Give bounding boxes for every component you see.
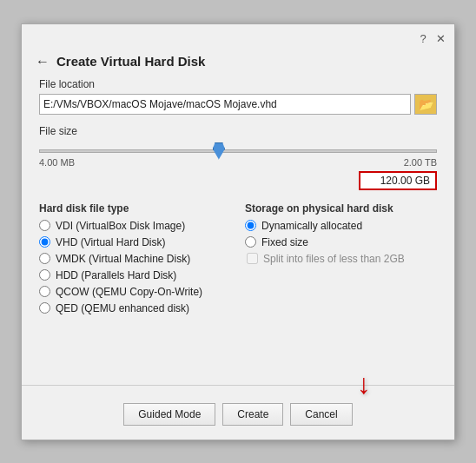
divider — [22, 385, 454, 386]
two-columns: Hard disk file type VDI (VirtualBox Disk… — [39, 202, 437, 319]
storage-title: Storage on physical hard disk — [245, 202, 437, 215]
storage-column: Storage on physical hard disk Dynamicall… — [245, 202, 437, 319]
radio-qcow-input[interactable] — [39, 286, 50, 297]
radio-fixed[interactable]: Fixed size — [245, 236, 437, 248]
radio-vdi-input[interactable] — [39, 220, 50, 231]
radio-qcow-label: QCOW (QEMU Copy-On-Write) — [56, 286, 202, 298]
split-files-checkbox[interactable] — [247, 253, 258, 264]
file-location-input[interactable] — [39, 94, 411, 115]
disk-type-title: Hard disk file type — [39, 202, 231, 215]
browse-folder-button[interactable]: 📂 — [414, 94, 437, 115]
close-button[interactable]: ✕ — [433, 32, 447, 46]
radio-vmdk-label: VMDK (Virtual Machine Disk) — [56, 253, 190, 265]
radio-fixed-label: Fixed size — [261, 236, 308, 248]
title-bar-controls: ? ✕ — [416, 32, 447, 46]
file-location-label: File location — [39, 78, 437, 90]
radio-fixed-input[interactable] — [245, 236, 256, 248]
create-button[interactable]: Create — [222, 403, 283, 426]
dialog-header: ← Create Virtual Hard Disk — [22, 49, 454, 78]
radio-hdd-input[interactable] — [39, 269, 50, 281]
radio-dynamic-label: Dynamically allocated — [261, 220, 362, 232]
cancel-button[interactable]: Cancel — [290, 403, 352, 426]
dialog-body: File location 📂 File size 4.00 MB 2.00 T… — [22, 78, 454, 373]
size-value-input[interactable] — [359, 171, 437, 190]
radio-vhd-label: VHD (Virtual Hard Disk) — [56, 236, 165, 248]
split-files-label: Split into files of less than 2GB — [263, 253, 405, 265]
radio-hdd[interactable]: HDD (Parallels Hard Disk) — [39, 269, 231, 281]
size-input-row — [39, 171, 437, 190]
dialog-title: Create Virtual Hard Disk — [56, 54, 205, 69]
radio-qed-input[interactable] — [39, 302, 50, 314]
title-bar: ? ✕ — [22, 24, 454, 49]
guided-mode-button[interactable]: Guided Mode — [123, 403, 215, 426]
file-location-row: 📂 — [39, 94, 437, 115]
arrow-indicator: ↓ — [357, 368, 371, 400]
radio-dynamic[interactable]: Dynamically allocated — [245, 220, 437, 232]
create-vhd-dialog: ? ✕ ← Create Virtual Hard Disk File loca… — [21, 23, 455, 440]
disk-type-column: Hard disk file type VDI (VirtualBox Disk… — [39, 202, 231, 319]
slider-container — [39, 142, 437, 155]
radio-vmdk-input[interactable] — [39, 253, 50, 264]
file-size-section: File size 4.00 MB 2.00 TB — [39, 125, 437, 190]
radio-dynamic-input[interactable] — [245, 220, 256, 231]
radio-qcow[interactable]: QCOW (QEMU Copy-On-Write) — [39, 286, 231, 298]
help-button[interactable]: ? — [416, 32, 430, 46]
radio-vhd[interactable]: VHD (Virtual Hard Disk) — [39, 236, 231, 248]
radio-vhd-input[interactable] — [39, 236, 50, 248]
radio-vmdk[interactable]: VMDK (Virtual Machine Disk) — [39, 253, 231, 265]
radio-hdd-label: HDD (Parallels Hard Disk) — [56, 269, 176, 281]
radio-qed[interactable]: QED (QEMU enhanced disk) — [39, 302, 231, 314]
radio-vdi[interactable]: VDI (VirtualBox Disk Image) — [39, 220, 231, 232]
folder-icon: 📂 — [419, 97, 433, 111]
footer: ↓ Guided Mode Create Cancel — [22, 394, 454, 440]
radio-vdi-label: VDI (VirtualBox Disk Image) — [56, 220, 185, 232]
size-slider[interactable] — [39, 149, 437, 153]
back-button[interactable]: ← — [36, 54, 50, 69]
split-files-row[interactable]: Split into files of less than 2GB — [247, 253, 437, 265]
file-size-label: File size — [39, 125, 437, 137]
radio-qed-label: QED (QEMU enhanced disk) — [56, 302, 189, 314]
